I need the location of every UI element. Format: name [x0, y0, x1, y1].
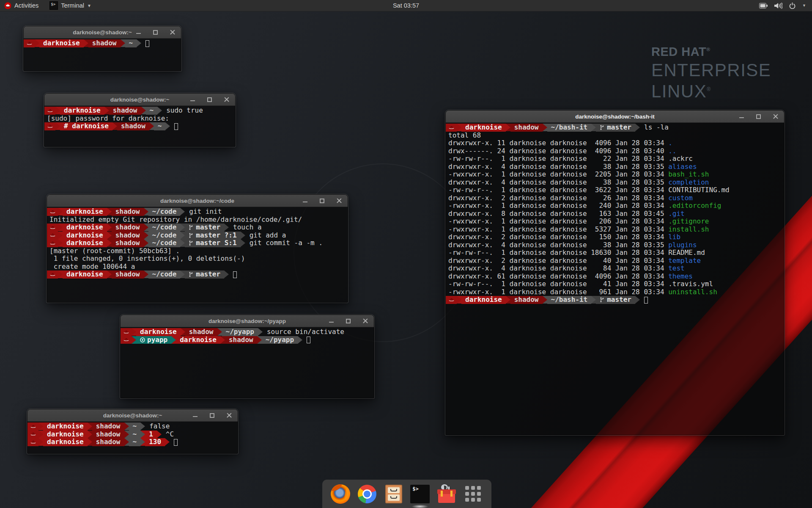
- terminal-body[interactable]: darknoiseshadow~sudo true[sudo] password…: [44, 106, 235, 146]
- prompt-segment-path: ~/code: [148, 224, 181, 232]
- window-title: darknoise@shadow:~/bash-it: [575, 113, 655, 120]
- volume-icon[interactable]: [774, 3, 782, 9]
- command-text: sudo true: [162, 107, 203, 115]
- terminal-output-line: drwxrwxr-x. 2 darknoise darknoise 150 Ja…: [446, 233, 680, 241]
- terminal-window-w4: darknoise@shadow:~/pyappdarknoiseshadow~…: [120, 315, 374, 398]
- window-titlebar[interactable]: darknoise@shadow:~/pyapp: [121, 315, 374, 327]
- battery-icon[interactable]: [759, 3, 768, 8]
- maximize-button[interactable]: [153, 30, 158, 35]
- prompt-segment-git: master: [185, 271, 224, 279]
- prompt-segment-user: darknoise: [63, 232, 107, 240]
- command-text: source bin/activate: [263, 328, 344, 336]
- top-bar: Sat 03:57 Activities $> Terminal ▼: [0, 0, 812, 11]
- minimize-button[interactable]: [303, 202, 307, 202]
- git-branch-icon: [189, 271, 193, 277]
- rhel-brand-line3: LINUX®: [651, 81, 771, 102]
- terminal-body[interactable]: darknoiseshadow~falsedarknoiseshadow~1^C…: [27, 422, 238, 453]
- prompt-segment-hat: [44, 122, 55, 130]
- prompt-segment-host: shadow: [112, 224, 144, 232]
- command-text: touch a: [229, 224, 261, 232]
- running-indicator: [411, 505, 428, 508]
- firefox-icon: [331, 484, 350, 504]
- prompt-segment-git: master: [596, 124, 635, 132]
- maximize-button[interactable]: [346, 319, 351, 323]
- power-icon[interactable]: [789, 3, 796, 9]
- window-titlebar[interactable]: darknoise@shadow:~: [24, 26, 181, 39]
- minimize-button[interactable]: [739, 117, 744, 118]
- prompt-segment-path: ~/pyapp: [262, 336, 298, 344]
- chrome-icon: [358, 485, 376, 503]
- prompt-segment-user: darknoise: [136, 328, 181, 336]
- prompt-segment-exit: 1: [145, 431, 157, 439]
- terminal-output-line: -rw-rw-r--. 1 darknoise darknoise 22 Jan…: [446, 155, 693, 163]
- terminal-cursor: [644, 297, 648, 304]
- terminal-body[interactable]: darknoiseshadow~/codegit initInitialized…: [47, 207, 348, 302]
- prompt-segment-git: master: [185, 224, 224, 232]
- redhat-prompt-icon: [123, 337, 129, 343]
- redhat-prompt-icon: [49, 240, 56, 246]
- dock-item-toolbox[interactable]: [436, 484, 457, 504]
- file-name: plugins: [668, 241, 697, 249]
- redhat-prompt-icon: [30, 423, 36, 430]
- terminal-output-line: drwxrwxr-x. 4 darknoise darknoise 38 Jan…: [446, 179, 709, 187]
- redhat-prompt-icon: [49, 271, 56, 278]
- minimize-button[interactable]: [136, 33, 141, 34]
- dock-item-terminal[interactable]: $>: [410, 484, 430, 504]
- redhat-prompt-icon: [448, 124, 455, 131]
- minimize-button[interactable]: [193, 416, 198, 417]
- command-text: ls -la: [640, 124, 669, 132]
- file-name: .ackrc: [668, 155, 693, 163]
- dock-item-files[interactable]: [384, 484, 404, 504]
- close-button[interactable]: [170, 30, 175, 35]
- prompt-segment-user: darknoise: [63, 239, 107, 247]
- prompt-segment-path: ~/code: [148, 271, 181, 279]
- maximize-button[interactable]: [320, 199, 324, 203]
- prompt-segment-path: ~: [129, 422, 141, 431]
- window-titlebar[interactable]: darknoise@shadow:~: [44, 94, 235, 106]
- window-titlebar[interactable]: darknoise@shadow:~: [27, 409, 238, 422]
- minimize-button[interactable]: [329, 322, 334, 323]
- file-name: themes: [668, 273, 693, 280]
- redhat-prompt-icon: [30, 431, 36, 437]
- maximize-button[interactable]: [207, 97, 212, 102]
- window-title: darknoise@shadow:~: [110, 97, 170, 103]
- window-titlebar[interactable]: darknoise@shadow:~/code: [47, 195, 348, 207]
- terminal-body[interactable]: darknoiseshadow~/pyappsource bin/activat…: [121, 327, 374, 398]
- prompt-segment-hat: [47, 239, 58, 247]
- terminal-output-line: -rwxrwxr-x. 1 darknoise darknoise 206 Ja…: [446, 218, 709, 226]
- system-menu-chevron-icon[interactable]: ▼: [802, 3, 806, 8]
- rhel-brand: RED HAT® ENTERPRISE LINUX®: [651, 45, 771, 102]
- prompt-segment-user: darknoise: [176, 336, 220, 344]
- command-text: git commit -a -m .: [245, 239, 323, 247]
- file-name: .: [668, 139, 672, 147]
- close-button[interactable]: [227, 413, 232, 418]
- close-button[interactable]: [363, 318, 368, 323]
- minimize-button[interactable]: [190, 100, 195, 101]
- prompt-segment-path: ~/code: [148, 232, 181, 240]
- maximize-button[interactable]: [210, 413, 214, 418]
- python-venv-icon: [140, 337, 145, 342]
- terminal-output-line: -rw-rw-r--. 1 darknoise darknoise 41 Jan…: [446, 280, 713, 288]
- window-titlebar[interactable]: darknoise@shadow:~/bash-it: [446, 110, 784, 123]
- terminal-icon: $>: [410, 485, 430, 503]
- close-button[interactable]: [337, 198, 342, 203]
- dock-item-chrome[interactable]: [357, 484, 377, 504]
- terminal-output-line: [master (root-commit) 50bcb63] .: [47, 247, 180, 255]
- terminal-output-line: [sudo] password for darknoise:: [44, 115, 169, 123]
- maximize-button[interactable]: [756, 114, 761, 119]
- close-button[interactable]: [773, 114, 778, 119]
- prompt-segment-host: shadow: [225, 336, 257, 344]
- dock-item-firefox[interactable]: [330, 484, 351, 504]
- redhat-prompt-icon: [49, 232, 56, 238]
- terminal-body[interactable]: darknoiseshadow~/bash-itmasterls -latota…: [446, 123, 784, 435]
- prompt-segment-path: ~: [146, 107, 158, 115]
- terminal-output-line: drwxrwxr-x. 4 darknoise darknoise 84 Jan…: [446, 265, 685, 273]
- dock: $>: [322, 480, 491, 508]
- clock[interactable]: Sat 03:57: [0, 2, 812, 9]
- file-name: template: [668, 257, 701, 265]
- dock-item-app-grid[interactable]: [463, 484, 483, 504]
- file-name: README.md: [668, 249, 705, 257]
- close-button[interactable]: [224, 97, 229, 102]
- terminal-body[interactable]: darknoiseshadow~: [24, 39, 181, 71]
- file-name: CONTRIBUTING.md: [668, 186, 730, 194]
